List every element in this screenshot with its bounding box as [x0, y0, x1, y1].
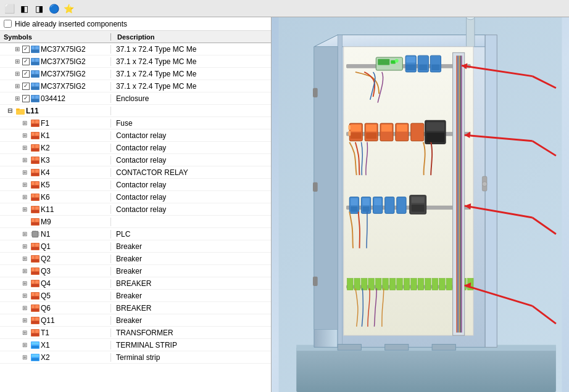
svg-rect-119	[314, 47, 338, 330]
tree-row[interactable]: ⊞ K11Contactor relay	[0, 203, 271, 216]
tree-row[interactable]: ⊟ L11	[0, 105, 271, 117]
component-icon	[31, 243, 39, 250]
expand-icon[interactable]: ⊟	[7, 107, 15, 114]
expand-icon[interactable]: ⊞	[22, 120, 30, 126]
tree-row[interactable]: ⊞ Q2Breaker	[0, 253, 271, 265]
svg-rect-65	[38, 234, 39, 234]
svg-rect-109	[296, 347, 556, 392]
svg-rect-40	[31, 169, 35, 173]
svg-rect-93	[31, 309, 39, 311]
expand-icon[interactable]: ⊞	[15, 70, 22, 77]
expand-icon[interactable]: ⊞	[22, 304, 30, 311]
expand-icon[interactable]: ⊞	[22, 181, 30, 188]
expand-icon[interactable]: ⊞	[22, 341, 30, 348]
component-icon	[31, 120, 39, 127]
expand-icon[interactable]: ⊞	[22, 317, 30, 324]
tree-row[interactable]: ⊞ N1PLC	[0, 228, 271, 240]
tree-row[interactable]: ⊞ K6Contactor relay	[0, 191, 271, 203]
svg-rect-42	[31, 173, 39, 176]
svg-rect-95	[31, 317, 35, 321]
svg-rect-18	[35, 96, 39, 99]
description-text: TRANSFORMER	[111, 329, 173, 337]
symbol-text: K1	[41, 131, 50, 140]
expand-icon[interactable]: ⊞	[22, 354, 30, 361]
expand-icon[interactable]: ⊞	[22, 157, 30, 163]
component-icon	[31, 341, 39, 349]
row-checkbox[interactable]	[22, 58, 30, 65]
tree-row[interactable]: ⊞ MC37X75IG237.1 x 72.4 Type MC Me	[0, 68, 271, 80]
tree-row[interactable]: ⊞ X1TERMINAL STRIP	[0, 339, 271, 351]
tree-row[interactable]: ⊞ K3Contactor relay	[0, 154, 271, 166]
expand-icon[interactable]: ⊞	[22, 194, 30, 200]
expand-icon[interactable]: ⊞	[22, 267, 30, 274]
svg-rect-38	[31, 161, 39, 163]
expand-icon[interactable]: ⊞	[15, 46, 22, 52]
svg-rect-52	[31, 206, 35, 210]
tree-row[interactable]: ⊞ 034412Enclosure	[0, 92, 271, 105]
expand-icon[interactable]: ⊞	[22, 231, 30, 237]
expand-icon[interactable]: ⊞	[22, 292, 30, 299]
expand-icon[interactable]: ⊞	[22, 255, 30, 262]
tree-row[interactable]: ⊞ Q1Breaker	[0, 240, 271, 253]
svg-rect-41	[35, 169, 39, 173]
tree-row[interactable]: ⊞ X2Terminal strip	[0, 351, 271, 364]
row-checkbox[interactable]	[22, 83, 30, 90]
expand-icon[interactable]: ⊞	[22, 132, 30, 139]
svg-rect-69	[35, 231, 36, 231]
svg-rect-33	[35, 145, 39, 148]
tree-row[interactable]: ⊞ K1Contactor relay	[0, 129, 271, 142]
svg-rect-80	[35, 268, 39, 271]
row-checkbox[interactable]	[22, 95, 30, 102]
toolbar-icon-3[interactable]: ◨	[32, 2, 46, 15]
symbol-text: K5	[41, 181, 50, 189]
svg-rect-138	[351, 133, 361, 139]
tree-row[interactable]: ⊞ F1Fuse	[0, 117, 271, 129]
tree-row[interactable]: M9	[0, 216, 271, 228]
tree-row[interactable]: ⊞ K4CONTACTOR RELAY	[0, 166, 271, 179]
toolbar-icon-1[interactable]: ⬜	[2, 2, 16, 15]
tree-row[interactable]: ⊞ Q5Breaker	[0, 290, 271, 302]
expand-icon[interactable]: ⊞	[22, 144, 30, 151]
expand-icon[interactable]: ⊞	[22, 329, 30, 336]
toolbar-icon-2[interactable]: ◧	[17, 2, 31, 15]
hide-inserted-checkbox[interactable]	[4, 20, 12, 28]
svg-rect-143	[366, 133, 376, 139]
row-checkbox[interactable]	[22, 70, 30, 78]
svg-rect-11	[31, 75, 39, 77]
tree-row[interactable]: ⊞ Q6BREAKER	[0, 302, 271, 314]
expand-icon[interactable]: ⊞	[22, 280, 30, 287]
svg-rect-61	[31, 232, 32, 233]
svg-rect-48	[31, 194, 35, 197]
symbol-text: MC37X75IG2	[41, 45, 86, 54]
svg-rect-50	[31, 198, 39, 200]
description-text: TERMINAL STRIP	[111, 341, 177, 349]
expand-icon[interactable]: ⊞	[22, 243, 30, 250]
toolbar-icon-5[interactable]: ⭐	[62, 2, 75, 15]
svg-rect-161	[385, 197, 394, 214]
3d-viewport[interactable]	[272, 17, 569, 392]
toolbar-icon-4[interactable]: 🔵	[47, 2, 60, 15]
tree-row[interactable]: ⊞ K2Contactor relay	[0, 142, 271, 154]
tree-row[interactable]: ⊞ Q3Breaker	[0, 265, 271, 277]
svg-rect-178	[425, 278, 431, 290]
svg-rect-114	[485, 35, 497, 348]
expand-icon[interactable]: ⊞	[22, 206, 30, 213]
expand-icon[interactable]: ⊞	[15, 95, 22, 102]
tree-row[interactable]: ⊞ Q4BREAKER	[0, 277, 271, 290]
tree-row[interactable]: ⊞ MC37X75IG237.1 x 72.4 Type MC Me	[0, 80, 271, 92]
expand-icon[interactable]: ⊞	[22, 169, 30, 176]
svg-rect-57	[35, 219, 39, 222]
tree-row[interactable]: ⊞ MC37X75IG237.1 x 72.4 Type MC Me	[0, 43, 271, 55]
description-text: CONTACTOR RELAY	[111, 168, 188, 177]
tree-row[interactable]: ⊞ K5Contactor relay	[0, 179, 271, 191]
expand-icon[interactable]: ⊞	[15, 83, 22, 89]
tree-container[interactable]: ⊞ MC37X75IG237.1 x 72.4 Type MC Me⊞ MC37…	[0, 43, 271, 392]
tree-row[interactable]: ⊞ MC37X75IG237.1 x 72.4 Type MC Me	[0, 55, 271, 68]
expand-icon[interactable]: ⊞	[15, 58, 22, 65]
row-checkbox[interactable]	[22, 46, 30, 53]
tree-row[interactable]: ⊞ Q11Breaker	[0, 314, 271, 327]
svg-rect-107	[31, 358, 39, 361]
tree-row[interactable]: ⊞ T1TRANSFORMER	[0, 327, 271, 339]
svg-rect-63	[31, 235, 32, 235]
symbol-text: L11	[26, 107, 39, 115]
